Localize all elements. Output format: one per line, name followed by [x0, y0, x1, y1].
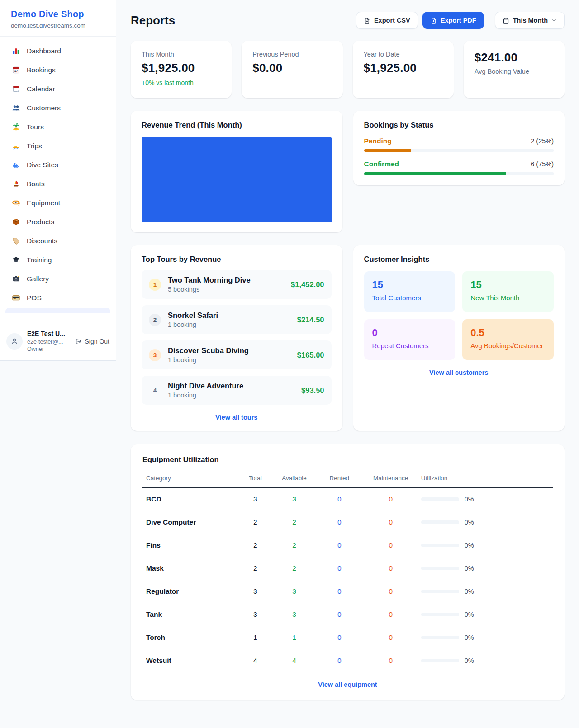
equipment-maintenance: 0 — [364, 580, 418, 603]
status-rows: Pending 2 (25%) Confirmed 6 (75%) — [364, 137, 554, 175]
period-dropdown[interactable]: This Month — [495, 12, 565, 29]
export-pdf-button[interactable]: Export PDF — [422, 12, 484, 29]
page-title: Reports — [131, 14, 175, 28]
export-pdf-label: Export PDF — [441, 17, 476, 24]
view-all-equipment-link[interactable]: View all equipment — [142, 681, 553, 688]
stats-row: This Month $1,925.00 +0% vs last month P… — [131, 41, 565, 98]
status-row-pending: Pending 2 (25%) — [364, 137, 554, 152]
sidebar-item-equipment[interactable]: Equipment — [5, 194, 110, 212]
status-value: 6 (75%) — [531, 161, 554, 168]
insight-label: Repeat Customers — [372, 342, 447, 350]
wave-icon — [12, 161, 20, 169]
user-name: E2E Test U... — [27, 330, 65, 338]
stat-card-this-month: This Month $1,925.00 +0% vs last month — [131, 41, 232, 98]
utilization-bar — [421, 497, 459, 501]
equipment-total: 3 — [237, 580, 274, 603]
sidebar-item-pos[interactable]: POS — [5, 289, 110, 307]
stat-value: $1,925.00 — [142, 61, 221, 75]
user-info: E2E Test U... e2e-tester@... Owner — [27, 330, 65, 354]
tour-row-night-dive-adventure[interactable]: 4 Night Dive Adventure 1 booking $93.50 — [142, 376, 332, 405]
sidebar-item-trips[interactable]: Trips — [5, 137, 110, 155]
equipment-total: 3 — [237, 488, 274, 511]
customer-insights-card: Customer Insights 15 Total Customers 15 … — [353, 245, 565, 431]
sidebar-item-customers[interactable]: Customers — [5, 99, 110, 117]
file-icon — [430, 17, 437, 24]
sidebar-item-label: Equipment — [27, 199, 60, 207]
column-header-available: Available — [274, 470, 315, 488]
insight-value: 15 — [372, 279, 447, 291]
equipment-category: Torch — [142, 626, 237, 649]
equipment-available: 3 — [274, 603, 315, 626]
export-csv-button[interactable]: Export CSV — [356, 12, 418, 29]
equipment-utilization-card: Equipment Utilization Category Total Ava… — [131, 444, 565, 700]
insight-tile-new-this-month: 15 New This Month — [462, 271, 554, 312]
column-header-total: Total — [237, 470, 274, 488]
equipment-row-bcd: BCD 3 3 0 0 0% — [142, 488, 553, 511]
page-header: Reports Export CSV Export PDF This Month — [131, 12, 565, 29]
equipment-total: 2 — [237, 534, 274, 557]
view-all-customers-link[interactable]: View all customers — [364, 369, 554, 376]
tour-row-two-tank-morning-dive[interactable]: 1 Two Tank Morning Dive 5 bookings $1,45… — [142, 270, 332, 299]
stat-card-year-to-date: Year to Date $1,925.00 — [353, 41, 454, 98]
equipment-available: 2 — [274, 511, 315, 534]
equipment-maintenance: 0 — [364, 649, 418, 672]
utilization-bar — [421, 590, 459, 593]
utilization-percent: 0% — [465, 542, 474, 549]
utilization-bar — [421, 636, 459, 639]
sign-out-button[interactable]: Sign Out — [75, 338, 109, 345]
charts-row: Revenue Trend (This Month) Bookings by S… — [131, 111, 565, 232]
tour-row-snorkel-safari[interactable]: 2 Snorkel Safari 1 booking $214.50 — [142, 305, 332, 334]
sidebar-item-tours[interactable]: Tours — [5, 118, 110, 136]
header-actions: Export CSV Export PDF This Month — [356, 12, 565, 29]
rank-badge: 3 — [149, 349, 161, 361]
sidebar-item-products[interactable]: Products — [5, 213, 110, 231]
view-all-tours-link[interactable]: View all tours — [142, 414, 332, 421]
sidebar-item-label: Calendar — [27, 85, 55, 93]
person-icon — [10, 337, 19, 345]
status-label: Pending — [364, 137, 392, 145]
sidebar-item-reports-partial[interactable] — [5, 308, 110, 313]
tour-row-discover-scuba-diving[interactable]: 3 Discover Scuba Diving 1 booking $165.0… — [142, 340, 332, 369]
equipment-available: 1 — [274, 626, 315, 649]
export-csv-label: Export CSV — [374, 17, 410, 24]
camera-icon — [12, 274, 20, 283]
stat-card-avg-booking-value: Avg Booking Value $241.00 — [464, 41, 565, 98]
sidebar-item-training[interactable]: Training — [5, 251, 110, 269]
equipment-total: 4 — [237, 649, 274, 672]
sidebar-item-label: Boats — [27, 180, 45, 188]
tour-bookings: 1 booking — [168, 356, 249, 364]
status-bar-track — [364, 149, 554, 152]
status-label: Confirmed — [364, 160, 399, 168]
utilization-bar — [421, 544, 459, 547]
sidebar-item-bookings[interactable]: 17 Bookings — [5, 61, 110, 79]
tour-name: Two Tank Morning Dive — [168, 276, 251, 284]
equipment-maintenance: 0 — [364, 557, 418, 580]
equipment-row-tank: Tank 3 3 0 0 0% — [142, 603, 553, 626]
sidebar-item-dive-sites[interactable]: Dive Sites — [5, 156, 110, 174]
sidebar-item-calendar[interactable]: Calendar — [5, 80, 110, 98]
sidebar-header: Demo Dive Shop demo.test.divestreams.com — [0, 0, 116, 37]
sidebar-nav: Dashboard 17 Bookings Calendar Customers… — [0, 37, 116, 307]
revenue-trend-title: Revenue Trend (This Month) — [142, 121, 332, 129]
bookings-by-status-card: Bookings by Status Pending 2 (25%) Confi… — [353, 111, 565, 185]
tour-revenue: $165.00 — [297, 351, 324, 359]
utilization-percent: 0% — [465, 519, 474, 526]
sidebar-item-gallery[interactable]: Gallery — [5, 270, 110, 288]
equipment-category: Wetsuit — [142, 649, 237, 672]
file-icon — [364, 17, 370, 24]
utilization-percent: 0% — [465, 496, 474, 503]
insight-label: Avg Bookings/Customer — [470, 342, 546, 350]
sidebar-item-boats[interactable]: Boats — [5, 175, 110, 193]
sidebar-item-label: Customers — [27, 104, 61, 112]
sidebar-item-label: POS — [27, 294, 42, 302]
sidebar-item-discounts[interactable]: Discounts — [5, 232, 110, 250]
equipment-available: 3 — [274, 580, 315, 603]
equipment-utilization-title: Equipment Utilization — [142, 455, 553, 464]
sidebar-item-dashboard[interactable]: Dashboard — [5, 42, 110, 60]
stat-label: Previous Period — [252, 51, 332, 58]
utilization-percent: 0% — [465, 588, 474, 595]
equipment-category: Dive Computer — [142, 511, 237, 534]
stat-value: $0.00 — [252, 61, 332, 75]
speedboat-icon — [12, 142, 20, 150]
palm-island-icon — [12, 123, 20, 131]
